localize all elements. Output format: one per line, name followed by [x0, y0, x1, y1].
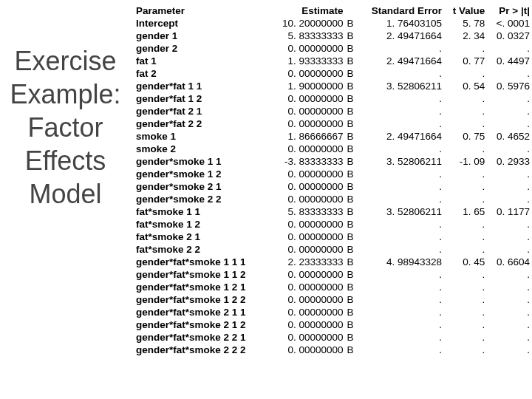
cell-estimate: 0. 00000000: [268, 105, 345, 117]
cell-estimate: 0. 00000000: [268, 344, 345, 356]
cell-estimate: 0. 00000000: [268, 180, 345, 193]
table-row: fat*smoke 1 15. 83333333B3. 528062111. 6…: [134, 205, 532, 218]
cell-estimate: 0. 00000000: [268, 67, 345, 80]
cell-parameter: gender*fat*smoke 2 2 1: [134, 331, 268, 344]
cell-estimate: 1. 90000000: [268, 80, 345, 92]
cell-parameter: gender*fat*smoke 2 2 2: [134, 344, 268, 356]
cell-flag: B: [346, 293, 356, 306]
cell-prt: 0. 4652: [487, 130, 532, 143]
cell-flag: B: [346, 344, 356, 356]
cell-tvalue: .: [444, 92, 487, 105]
cell-prt: .: [487, 143, 532, 155]
cell-flag: B: [346, 168, 356, 180]
cell-stderr: .: [356, 92, 444, 105]
cell-tvalue: -1. 09: [444, 155, 487, 168]
cell-flag: B: [346, 306, 356, 318]
cell-prt: .: [487, 331, 532, 344]
cell-flag: B: [346, 143, 356, 155]
cell-estimate: 0. 00000000: [268, 243, 345, 256]
cell-parameter: fat*smoke 1 1: [134, 205, 268, 218]
cell-prt: .: [487, 168, 532, 180]
parameter-estimates-table: Parameter Estimate Standard Error t Valu…: [134, 4, 532, 356]
table-row: gender*smoke 2 10. 00000000B...: [134, 180, 532, 193]
title-line: Example:: [4, 78, 126, 111]
cell-flag: B: [346, 268, 356, 281]
cell-stderr: 2. 49471664: [356, 130, 444, 143]
cell-prt: .: [487, 306, 532, 318]
cell-estimate: 2. 23333333: [268, 256, 345, 268]
cell-estimate: 5. 83333333: [268, 30, 345, 42]
table-row: fat*smoke 2 20. 00000000B...: [134, 243, 532, 256]
cell-estimate: 1. 86666667: [268, 130, 345, 143]
cell-parameter: gender*smoke 1 1: [134, 155, 268, 168]
cell-prt: .: [487, 243, 532, 256]
table-row: fat*smoke 1 20. 00000000B...: [134, 218, 532, 231]
table-row: fat 20. 00000000B...: [134, 67, 532, 80]
table-row: smoke 20. 00000000B...: [134, 143, 532, 155]
cell-tvalue: .: [444, 243, 487, 256]
cell-parameter: gender*smoke 1 2: [134, 168, 268, 180]
cell-parameter: Intercept: [134, 17, 268, 30]
cell-estimate: 5. 83333333: [268, 205, 345, 218]
cell-parameter: gender*fat*smoke 1 1 1: [134, 256, 268, 268]
cell-flag: B: [346, 180, 356, 193]
cell-parameter: gender*smoke 2 1: [134, 180, 268, 193]
cell-prt: .: [487, 344, 532, 356]
cell-stderr: .: [356, 67, 444, 80]
cell-tvalue: .: [444, 180, 487, 193]
table-row: gender*smoke 1 1-3. 83333333B3. 52806211…: [134, 155, 532, 168]
cell-prt: .: [487, 268, 532, 281]
cell-tvalue: 0. 75: [444, 130, 487, 143]
cell-stderr: .: [356, 344, 444, 356]
cell-estimate: 0. 00000000: [268, 331, 345, 344]
cell-estimate: 1. 93333333: [268, 55, 345, 67]
cell-flag: B: [346, 205, 356, 218]
cell-flag: B: [346, 42, 356, 55]
table-row: gender*fat*smoke 1 1 12. 23333333B4. 989…: [134, 256, 532, 268]
table-row: gender*fat*smoke 1 1 20. 00000000B...: [134, 268, 532, 281]
cell-stderr: 4. 98943328: [356, 256, 444, 268]
title-line: Effects: [4, 144, 126, 177]
cell-prt: .: [487, 117, 532, 130]
cell-prt: 0. 5976: [487, 80, 532, 92]
cell-stderr: .: [356, 218, 444, 231]
cell-parameter: gender*fat 1 2: [134, 92, 268, 105]
cell-flag: B: [346, 281, 356, 293]
cell-tvalue: 0. 54: [444, 80, 487, 92]
cell-parameter: gender*fat*smoke 1 2 2: [134, 293, 268, 306]
cell-estimate: 0. 00000000: [268, 306, 345, 318]
cell-prt: 0. 6604: [487, 256, 532, 268]
col-tvalue: t Value: [444, 4, 487, 17]
cell-prt: 0. 4497: [487, 55, 532, 67]
cell-estimate: 0. 00000000: [268, 193, 345, 205]
cell-flag: B: [346, 55, 356, 67]
col-parameter: Parameter: [134, 4, 268, 17]
cell-prt: 0. 2933: [487, 155, 532, 168]
table-row: gender*fat*smoke 2 2 10. 00000000B...: [134, 331, 532, 344]
cell-tvalue: .: [444, 168, 487, 180]
slide-title: Exercise Example: Factor Effects Model: [0, 0, 129, 399]
results-panel: Parameter Estimate Standard Error t Valu…: [129, 0, 532, 399]
cell-estimate: 0. 00000000: [268, 92, 345, 105]
cell-stderr: .: [356, 243, 444, 256]
cell-flag: B: [346, 30, 356, 42]
cell-stderr: .: [356, 306, 444, 318]
table-row: gender 20. 00000000B...: [134, 42, 532, 55]
cell-parameter: gender*fat*smoke 2 1 1: [134, 306, 268, 318]
cell-stderr: 3. 52806211: [356, 155, 444, 168]
cell-stderr: .: [356, 180, 444, 193]
cell-flag: B: [346, 80, 356, 92]
cell-stderr: .: [356, 318, 444, 331]
col-estimate: Estimate: [268, 4, 345, 17]
cell-tvalue: .: [444, 318, 487, 331]
cell-tvalue: .: [444, 218, 487, 231]
table-row: gender*smoke 1 20. 00000000B...: [134, 168, 532, 180]
cell-parameter: gender 1: [134, 30, 268, 42]
table-row: smoke 11. 86666667B2. 494716640. 750. 46…: [134, 130, 532, 143]
cell-estimate: 10. 20000000: [268, 17, 345, 30]
cell-parameter: fat*smoke 2 1: [134, 231, 268, 243]
cell-parameter: gender*fat*smoke 1 2 1: [134, 281, 268, 293]
cell-tvalue: 1. 65: [444, 205, 487, 218]
cell-flag: B: [346, 256, 356, 268]
col-prt: Pr > |t|: [487, 4, 532, 17]
